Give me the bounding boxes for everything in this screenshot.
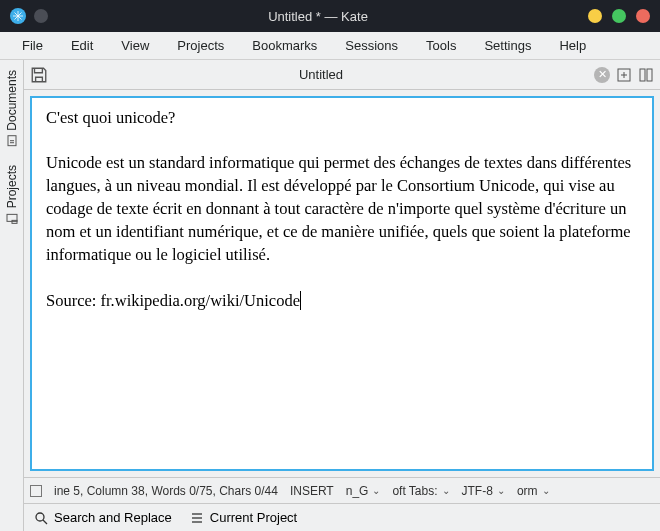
- edit-mode[interactable]: INSERT: [290, 484, 334, 498]
- text-cursor: [300, 291, 301, 310]
- menu-view[interactable]: View: [107, 34, 163, 57]
- menu-bookmarks[interactable]: Bookmarks: [238, 34, 331, 57]
- editor-source-line: Source: fr.wikipedia.org/wiki/Unicode: [46, 291, 300, 310]
- save-icon[interactable]: [30, 66, 48, 84]
- split-view-icon[interactable]: [638, 67, 654, 83]
- menu-projects[interactable]: Projects: [163, 34, 238, 57]
- minimize-button[interactable]: [588, 9, 602, 23]
- editor-line-1: C'est quoi unicode?: [46, 108, 175, 127]
- modified-indicator-icon: [34, 9, 48, 23]
- svg-rect-9: [647, 69, 652, 81]
- document-icon: [6, 135, 18, 147]
- document-tabbar: Untitled ✕: [24, 60, 660, 90]
- current-project-label: Current Project: [210, 510, 297, 525]
- list-icon: [190, 511, 204, 525]
- maximize-button[interactable]: [612, 9, 626, 23]
- chevron-down-icon: ⌄: [497, 485, 505, 496]
- search-icon: [34, 511, 48, 525]
- menubar: File Edit View Projects Bookmarks Sessio…: [0, 32, 660, 60]
- side-panel: Documents Projects: [0, 60, 24, 531]
- menu-settings[interactable]: Settings: [470, 34, 545, 57]
- bottom-toolbar: Search and Replace Current Project: [24, 503, 660, 531]
- status-indicator-icon[interactable]: [30, 485, 42, 497]
- menu-edit[interactable]: Edit: [57, 34, 107, 57]
- window-title: Untitled * — Kate: [48, 9, 588, 24]
- side-tab-documents-label: Documents: [5, 70, 19, 131]
- svg-rect-8: [640, 69, 645, 81]
- side-tab-projects[interactable]: Projects: [3, 159, 21, 230]
- menu-file[interactable]: File: [8, 34, 57, 57]
- menu-help[interactable]: Help: [545, 34, 600, 57]
- close-button[interactable]: [636, 9, 650, 23]
- app-icon: [10, 8, 26, 24]
- chevron-down-icon: ⌄: [372, 485, 380, 496]
- statusbar: ine 5, Column 38, Words 0/75, Chars 0/44…: [24, 477, 660, 503]
- encoding-selector[interactable]: JTF-8⌄: [462, 484, 505, 498]
- tab-close-button[interactable]: ✕: [594, 67, 610, 83]
- indent-selector[interactable]: oft Tabs:⌄: [392, 484, 449, 498]
- search-replace-button[interactable]: Search and Replace: [34, 510, 172, 525]
- format-selector[interactable]: orm⌄: [517, 484, 550, 498]
- side-tab-documents[interactable]: Documents: [3, 64, 21, 153]
- tab-title[interactable]: Untitled: [54, 67, 588, 82]
- cursor-position[interactable]: ine 5, Column 38, Words 0/75, Chars 0/44: [54, 484, 278, 498]
- menu-sessions[interactable]: Sessions: [331, 34, 412, 57]
- side-tab-projects-label: Projects: [5, 165, 19, 208]
- svg-line-11: [43, 520, 47, 524]
- new-tab-icon[interactable]: [616, 67, 632, 83]
- chevron-down-icon: ⌄: [542, 485, 550, 496]
- svg-point-10: [36, 513, 44, 521]
- editor-paragraph: Unicode est un standard informatique qui…: [46, 153, 631, 264]
- projects-icon: [6, 212, 18, 224]
- language-selector[interactable]: n_G⌄: [346, 484, 381, 498]
- kate-window: Untitled * — Kate File Edit View Project…: [0, 0, 660, 531]
- titlebar: Untitled * — Kate: [0, 0, 660, 32]
- search-replace-label: Search and Replace: [54, 510, 172, 525]
- menu-tools[interactable]: Tools: [412, 34, 470, 57]
- text-editor[interactable]: C'est quoi unicode? Unicode est un stand…: [30, 96, 654, 471]
- chevron-down-icon: ⌄: [442, 485, 450, 496]
- current-project-button[interactable]: Current Project: [190, 510, 297, 525]
